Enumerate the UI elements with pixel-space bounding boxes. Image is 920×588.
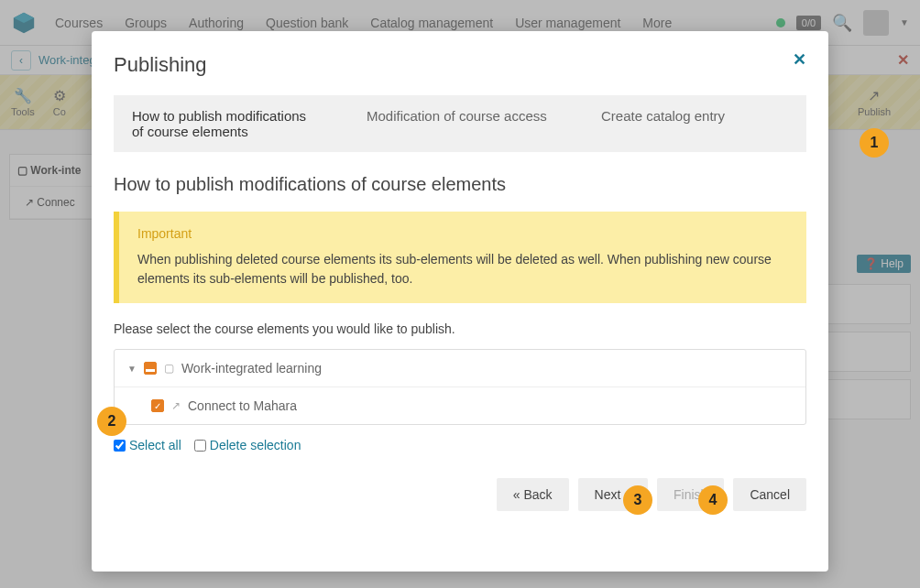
delete-selection-link[interactable]: Delete selection bbox=[194, 438, 301, 452]
checkbox-partial[interactable]: ▬ bbox=[144, 362, 157, 375]
bulk-actions: Select all Delete selection bbox=[114, 438, 806, 452]
annotation-marker-3: 3 bbox=[623, 485, 652, 515]
wizard-step-3[interactable]: Create catalog entry bbox=[572, 95, 806, 152]
tree-child-label: Connect to Mahara bbox=[188, 398, 297, 413]
back-button[interactable]: « Back bbox=[497, 478, 569, 511]
modal-title: Publishing bbox=[114, 53, 806, 77]
modal-close-button[interactable]: ✕ bbox=[793, 49, 806, 70]
checkbox-checked[interactable]: ✓ bbox=[151, 399, 164, 412]
wizard-step-1[interactable]: How to publish modifications of course e… bbox=[114, 95, 337, 152]
caret-down-icon[interactable]: ▼ bbox=[127, 364, 137, 374]
tree-root-label: Work-integrated learning bbox=[181, 361, 322, 376]
wizard-steps: How to publish modifications of course e… bbox=[114, 95, 806, 152]
wizard-step-2[interactable]: Modification of course access bbox=[337, 95, 572, 152]
tree-row-child[interactable]: ✓ ↗ Connect to Mahara bbox=[115, 387, 805, 424]
select-instruction: Please select the course elements you wo… bbox=[114, 321, 806, 336]
alert-title: Important bbox=[137, 226, 788, 241]
box-icon: ▢ bbox=[164, 362, 174, 375]
cancel-button[interactable]: Cancel bbox=[733, 478, 806, 511]
external-link-icon: ↗ bbox=[171, 399, 181, 412]
annotation-marker-2: 2 bbox=[97, 407, 126, 436]
important-alert: Important When publishing deleted course… bbox=[114, 212, 806, 303]
annotation-marker-1: 1 bbox=[860, 128, 889, 158]
select-all-checkbox[interactable] bbox=[114, 440, 126, 452]
alert-body: When publishing deleted course elements … bbox=[137, 250, 788, 289]
select-all-link[interactable]: Select all bbox=[114, 438, 181, 452]
tree-row-root[interactable]: ▼ ▬ ▢ Work-integrated learning bbox=[115, 350, 805, 387]
element-tree: ▼ ▬ ▢ Work-integrated learning ✓ ↗ Conne… bbox=[114, 349, 806, 425]
delete-selection-checkbox[interactable] bbox=[194, 440, 206, 452]
section-title: How to publish modifications of course e… bbox=[114, 174, 806, 195]
annotation-marker-4: 4 bbox=[698, 485, 728, 515]
